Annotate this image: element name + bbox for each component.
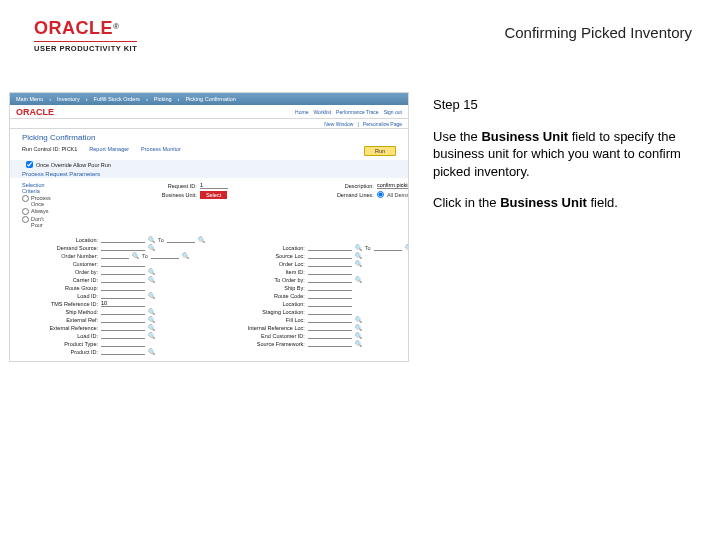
run-control-row: Run Control ID: PICK1 Report Manager Pro… bbox=[10, 144, 408, 160]
brand-text: ORACLE bbox=[34, 18, 113, 38]
instruction-panel: Step 15 Use the Business Unit field to s… bbox=[433, 92, 683, 362]
app-header: ORACLE Home Worklist Performance Trace S… bbox=[10, 105, 408, 119]
page-title: Confirming Picked Inventory bbox=[504, 18, 692, 41]
form-title: Picking Confirmation bbox=[10, 129, 408, 144]
instruction-paragraph-1: Use the Business Unit field to specify t… bbox=[433, 128, 683, 181]
step-label: Step 15 bbox=[433, 96, 683, 114]
header: ORACLE® USER PRODUCTIVITY KIT Confirming… bbox=[0, 0, 720, 57]
request-id-input[interactable] bbox=[200, 182, 228, 189]
embedded-screenshot: Main Menu› Inventory› Fulfill Stock Orde… bbox=[9, 92, 409, 362]
section-process-request: Process Request Parameters bbox=[10, 170, 408, 178]
selection-options: Selection Criteria Process Once Always D… bbox=[22, 182, 396, 228]
oracle-logo: ORACLE® USER PRODUCTIVITY KIT bbox=[34, 18, 137, 53]
run-button[interactable]: Run bbox=[364, 146, 396, 156]
instruction-paragraph-2: Click in the Business Unit field. bbox=[433, 194, 683, 212]
sub-bar: New Window|Personalize Page bbox=[10, 119, 408, 129]
business-unit-field[interactable]: Select bbox=[200, 191, 227, 199]
upk-subtitle: USER PRODUCTIVITY KIT bbox=[34, 41, 137, 53]
nav-bar: Main Menu› Inventory› Fulfill Stock Orde… bbox=[10, 93, 408, 105]
content-row: Main Menu› Inventory› Fulfill Stock Orde… bbox=[0, 57, 720, 362]
field-grid: Location:🔍To🔍 Demand Source:🔍 Order Numb… bbox=[22, 236, 396, 355]
